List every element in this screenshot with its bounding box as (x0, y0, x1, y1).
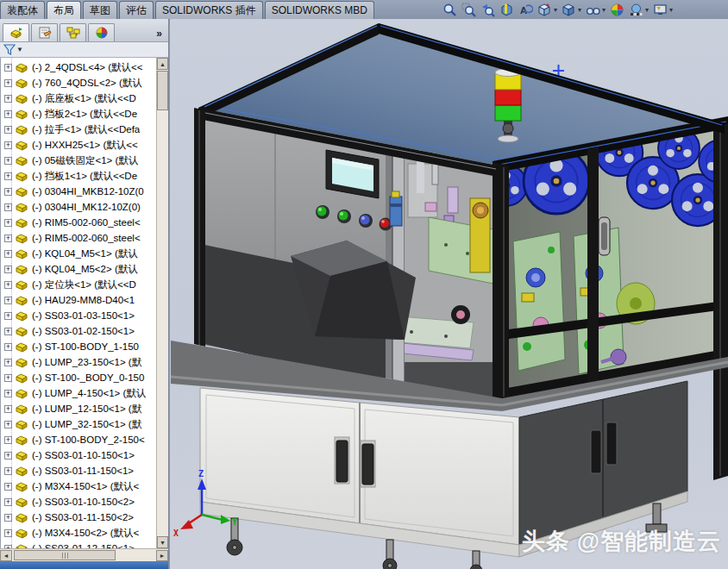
expand-toggle[interactable]: + (4, 79, 12, 87)
view-settings-dropdown[interactable]: ▾ (669, 6, 673, 14)
tree-item[interactable]: +(-) ST-100-BODY_1-150 (1, 339, 156, 354)
tree-item[interactable]: +(-) 760_4QDSL<2> (默认 (1, 75, 156, 91)
expand-toggle[interactable]: + (4, 359, 12, 366)
expand-toggle[interactable]: + (4, 234, 12, 242)
panel-overflow-chevron[interactable]: » (156, 28, 166, 41)
expand-toggle[interactable]: + (4, 529, 12, 537)
expand-toggle[interactable]: + (4, 436, 12, 444)
tab-assembly[interactable]: 装配体 (0, 1, 45, 19)
tree-item[interactable]: +(-) SS03-01-02-150<1> (1, 323, 156, 339)
tab-solidworks-mbd[interactable]: SOLIDWORKS MBD (265, 1, 374, 19)
machine-3d-model[interactable]: Z X Y (170, 19, 728, 569)
scroll-up-button[interactable]: ▲ (157, 58, 168, 70)
scroll-left-button[interactable]: ◄ (0, 550, 12, 561)
tree-item[interactable]: +(-) M3X4-150<2> (默认< (1, 525, 156, 541)
expand-toggle[interactable]: + (4, 514, 12, 522)
filter-funnel-icon[interactable] (3, 44, 16, 55)
graphics-viewport[interactable]: Z X Y 头条@智能制造云 (170, 19, 728, 569)
tree-item[interactable]: +(-) SS03-01-11-150<1> (1, 463, 156, 478)
previous-view-icon[interactable] (480, 2, 495, 17)
expand-toggle[interactable]: + (4, 250, 12, 258)
apply-scene-dropdown[interactable]: ▾ (645, 6, 649, 14)
display-style-dropdown[interactable]: ▾ (578, 6, 581, 14)
cabinet-left-door-handle[interactable] (336, 441, 348, 482)
tree-item[interactable]: +(-) SS03-01-12-150<1> (1, 541, 156, 548)
tree-item[interactable]: +(-) LUMP_12-150<1> (默 (1, 401, 156, 416)
tree-item[interactable]: +(-) HXXH25<1> (默认<< (1, 137, 156, 153)
tree-horizontal-scrollbar[interactable]: ◄ ► (0, 548, 168, 561)
apply-scene-icon[interactable] (628, 2, 643, 17)
filter-dropdown[interactable]: ▼ (16, 46, 23, 53)
expand-toggle[interactable]: + (4, 405, 12, 413)
expand-toggle[interactable]: + (4, 141, 12, 149)
expand-toggle[interactable]: + (4, 157, 12, 165)
tree-item[interactable]: +(-) ST-100-_BODY_0-150 (1, 370, 156, 385)
tree-item[interactable]: +(-) LUMP_4-150<1> (默认 (1, 385, 156, 401)
horizontal-scroll-thumb[interactable] (14, 550, 116, 560)
expand-toggle[interactable]: + (4, 328, 12, 335)
tab-layout[interactable]: 布局 (47, 1, 81, 19)
tree-vertical-scrollbar[interactable]: ▲ ▼ (156, 58, 168, 548)
scroll-right-button[interactable]: ► (156, 550, 168, 561)
tree-item[interactable]: +(-) 0304HI_MKB12-10Z(0 (1, 184, 156, 199)
tree-item[interactable]: +(-) SS03-01-10-150<1> (1, 447, 156, 463)
expand-toggle[interactable]: + (4, 498, 12, 506)
expand-toggle[interactable]: + (4, 297, 12, 304)
expand-toggle[interactable]: + (4, 467, 12, 475)
tab-evaluate[interactable]: 评估 (119, 1, 154, 19)
edit-appearance-icon[interactable] (609, 2, 624, 17)
tree-item[interactable]: +(-) 05磁铁固定<1> (默认 (1, 153, 156, 168)
tree-item[interactable]: +(-) 定位块<1> (默认<<D (1, 277, 156, 292)
3d-drawing-view-icon[interactable]: A (518, 2, 533, 17)
expand-toggle[interactable]: + (4, 452, 12, 460)
tree-item[interactable]: +(-) SS03-01-11-150<2> (1, 510, 156, 525)
tab-feature-manager-design-tree[interactable] (3, 23, 29, 41)
tree-item[interactable]: +(-) ST-100-BODY_2-150< (1, 432, 156, 447)
tree-item[interactable]: +(-) SS03-01-03-150<1> (1, 308, 156, 323)
tree-item[interactable]: +(-) 0304HI_MK12-10Z(0) (1, 199, 156, 215)
expand-toggle[interactable]: + (4, 266, 12, 273)
tab-sketch[interactable]: 草图 (83, 1, 117, 19)
expand-toggle[interactable]: + (4, 126, 12, 134)
zoom-to-fit-icon[interactable] (442, 2, 457, 17)
tree-item[interactable]: +(-) 拉手<1> (默认<<Defa (1, 122, 156, 137)
expand-toggle[interactable]: + (4, 374, 12, 382)
tree-item[interactable]: +(-) LUMP_32-150<1> (默 (1, 416, 156, 432)
tree-item[interactable]: +(-) 底座板<1> (默认<<D (1, 91, 156, 106)
tree-item[interactable]: +(-) RIM5-002-060_steel< (1, 215, 156, 230)
tab-configuration-manager[interactable] (60, 23, 86, 41)
hide-show-dropdown[interactable]: ▾ (602, 6, 606, 14)
expand-toggle[interactable]: + (4, 219, 12, 227)
tree-item[interactable]: +(-) KQL04_M5<1> (默认 (1, 246, 156, 261)
expand-toggle[interactable]: + (4, 95, 12, 103)
zoom-to-area-icon[interactable] (461, 2, 476, 17)
tab-display-manager[interactable] (88, 23, 115, 41)
blue-valve-device[interactable] (390, 191, 402, 226)
side-door-handle-1[interactable] (591, 430, 601, 473)
cabinet-right-door-handle[interactable] (362, 444, 373, 485)
view-settings-icon[interactable] (652, 2, 668, 17)
expand-toggle[interactable]: + (4, 421, 12, 428)
tree-item[interactable]: +(-) HAU29-MM8-D40<1 (1, 292, 156, 308)
vertical-scroll-thumb[interactable] (157, 71, 168, 110)
expand-toggle[interactable]: + (4, 110, 12, 118)
tree-item[interactable]: +(-) SS03-01-10-150<2> (1, 494, 156, 510)
view-orientation-icon[interactable] (537, 2, 552, 17)
tree-item[interactable]: +(-) M3X4-150<1> (默认< (1, 478, 156, 494)
tree-item[interactable]: +(-) 2_4QDSL<4> (默认<< (1, 59, 156, 75)
expand-toggle[interactable]: + (4, 172, 12, 180)
expand-toggle[interactable]: + (4, 281, 12, 289)
tab-solidworks-addins[interactable]: SOLIDWORKS 插件 (155, 1, 263, 19)
expand-toggle[interactable]: + (4, 483, 12, 491)
tab-property-manager[interactable] (31, 23, 58, 41)
expand-toggle[interactable]: + (4, 64, 12, 72)
side-door-handle-2[interactable] (606, 422, 617, 465)
expand-toggle[interactable]: + (4, 390, 12, 397)
scroll-down-button[interactable]: ▼ (157, 536, 168, 548)
expand-toggle[interactable]: + (4, 545, 12, 549)
expand-toggle[interactable]: + (4, 203, 12, 211)
tree-item[interactable]: +(-) KQL04_M5<2> (默认 (1, 261, 156, 277)
tree-item[interactable]: +(-) 挡板1<1> (默认<<De (1, 168, 156, 184)
tree-item[interactable]: +(-) 挡板2<1> (默认<<De (1, 106, 156, 122)
expand-toggle[interactable]: + (4, 188, 12, 196)
